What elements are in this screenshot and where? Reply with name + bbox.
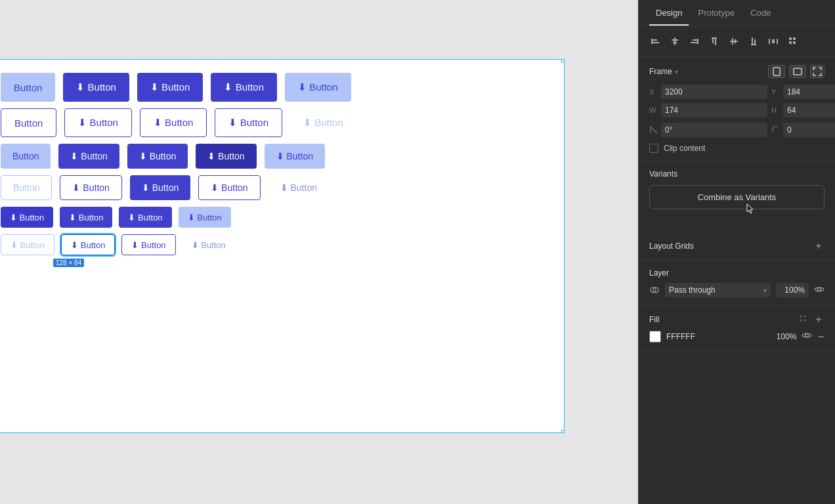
- svg-rect-11: [715, 39, 716, 45]
- corner-input[interactable]: [783, 123, 835, 137]
- fill-remove-icon[interactable]: −: [817, 331, 824, 343]
- button-r4c3[interactable]: ⬇ Button: [130, 175, 190, 200]
- button-r2c2[interactable]: ⬇ Button: [64, 108, 132, 137]
- button-r4c5[interactable]: ⬇ Button: [268, 175, 329, 200]
- visibility-toggle[interactable]: [814, 285, 824, 296]
- grid-button[interactable]: [784, 33, 802, 50]
- button-r1c2[interactable]: ⬇ Button: [63, 73, 129, 102]
- tab-prototype[interactable]: Prototype: [691, 0, 741, 26]
- button-r4c4[interactable]: ⬇ Button: [198, 175, 260, 200]
- y-input[interactable]: [783, 85, 835, 99]
- combine-as-variants-button[interactable]: Combine as Variants: [649, 185, 824, 209]
- button-r2c1[interactable]: Button: [1, 108, 56, 137]
- fill-section: Fill + FFFFFF 100%: [639, 306, 835, 351]
- h-input[interactable]: [783, 103, 835, 117]
- align-right-button[interactable]: [686, 33, 703, 50]
- button-r1c3[interactable]: ⬇ Button: [137, 73, 203, 102]
- svg-rect-10: [712, 39, 714, 43]
- button-r1c4[interactable]: ⬇ Button: [211, 73, 277, 102]
- button-r5c3[interactable]: ⬇ Button: [119, 207, 171, 228]
- svg-rect-13: [732, 38, 733, 45]
- button-r3c5[interactable]: ⬇ Button: [265, 144, 325, 169]
- clip-content-checkbox[interactable]: [649, 144, 658, 153]
- layer-title: Layer: [649, 268, 824, 278]
- blend-mode-select[interactable]: Pass through ▾: [665, 283, 771, 297]
- add-fill-button[interactable]: +: [813, 314, 824, 326]
- button-r5c2[interactable]: ⬇ Button: [60, 207, 112, 228]
- y-label: Y: [771, 88, 781, 96]
- button-r2c5[interactable]: ⬇ Button: [290, 108, 356, 137]
- button-r3c3[interactable]: ⬇ Button: [127, 144, 188, 169]
- right-panel: Design Prototype Code: [638, 0, 835, 504]
- corner-icon: [771, 125, 781, 135]
- svg-rect-15: [751, 44, 756, 45]
- layer-blend-icon: [649, 285, 660, 295]
- handle-tr[interactable]: [561, 59, 565, 62]
- variants-title: Variants: [649, 169, 824, 178]
- opacity-input[interactable]: [776, 283, 809, 297]
- align-center-h-button[interactable]: [666, 33, 683, 50]
- button-r2c4[interactable]: ⬇ Button: [215, 108, 282, 137]
- angle-input[interactable]: [661, 123, 767, 137]
- panel-tabs: Design Prototype Code: [639, 0, 835, 26]
- design-frame: Button ⬇ Button ⬇ Button ⬇ Button ⬇ Butt…: [0, 59, 565, 433]
- align-bottom-button[interactable]: [745, 33, 762, 50]
- fill-reorder-icon[interactable]: [798, 314, 807, 326]
- button-r5c4[interactable]: ⬇ Button: [179, 207, 231, 228]
- align-center-v-button[interactable]: [725, 33, 742, 50]
- handle-br[interactable]: [561, 430, 565, 433]
- frame-portrait-button[interactable]: [768, 65, 785, 78]
- fill-hex-value: FFFFFF: [666, 332, 765, 341]
- button-r1c5[interactable]: ⬇ Button: [285, 73, 351, 102]
- x-input[interactable]: [661, 85, 767, 99]
- svg-rect-21: [789, 37, 792, 40]
- svg-rect-1: [653, 39, 657, 41]
- svg-rect-16: [752, 37, 753, 44]
- fill-visibility-icon[interactable]: [802, 331, 812, 343]
- button-r3c4[interactable]: ⬇ Button: [196, 144, 256, 169]
- tab-design[interactable]: Design: [649, 0, 689, 26]
- w-input[interactable]: [661, 103, 767, 117]
- svg-point-34: [804, 320, 806, 322]
- tab-code[interactable]: Code: [744, 0, 777, 26]
- frame-section: Frame ▾: [639, 57, 835, 161]
- svg-rect-24: [793, 41, 796, 44]
- button-r4c1[interactable]: Button: [1, 175, 52, 200]
- h-label: H: [771, 106, 781, 114]
- svg-rect-22: [793, 37, 796, 40]
- frame-expand-button[interactable]: [810, 65, 824, 78]
- button-r6c3[interactable]: ⬇ Button: [121, 234, 175, 255]
- svg-rect-3: [674, 37, 675, 45]
- canvas-area: Button ⬇ Button ⬇ Button ⬇ Button ⬇ Butt…: [0, 0, 638, 504]
- clip-content-row: Clip content: [649, 144, 824, 153]
- button-r4c2[interactable]: ⬇ Button: [60, 175, 121, 200]
- svg-point-30: [818, 287, 821, 291]
- button-r6c2[interactable]: ⬇ Button: [61, 234, 115, 255]
- button-r1c1[interactable]: Button: [1, 73, 55, 102]
- button-r2c3[interactable]: ⬇ Button: [140, 108, 207, 137]
- fill-opacity-value: 100%: [770, 332, 796, 341]
- distribute-button[interactable]: [765, 33, 782, 50]
- svg-point-35: [805, 334, 809, 337]
- w-label: W: [649, 106, 658, 114]
- align-left-button[interactable]: [647, 33, 664, 50]
- add-layout-grid-button[interactable]: +: [813, 240, 824, 252]
- svg-rect-25: [773, 68, 780, 75]
- svg-rect-6: [697, 39, 698, 44]
- frame-landscape-button[interactable]: [789, 65, 806, 78]
- button-r6c4[interactable]: ⬇ Button: [182, 234, 235, 255]
- svg-rect-4: [672, 39, 678, 41]
- x-label: X: [649, 88, 658, 96]
- frame-label: Frame ▾: [649, 67, 678, 76]
- align-top-button[interactable]: [706, 33, 723, 50]
- button-r5c1[interactable]: ⬇ Button: [1, 207, 53, 228]
- svg-rect-23: [789, 41, 792, 44]
- fill-color-swatch[interactable]: [649, 331, 661, 343]
- button-r6c1[interactable]: ⬇ Button: [1, 234, 54, 255]
- svg-rect-14: [735, 39, 736, 43]
- button-r3c2[interactable]: ⬇ Button: [58, 144, 119, 169]
- button-r3c1[interactable]: Button: [1, 144, 51, 169]
- svg-point-31: [800, 316, 802, 318]
- svg-rect-9: [712, 37, 717, 39]
- svg-rect-18: [769, 39, 770, 44]
